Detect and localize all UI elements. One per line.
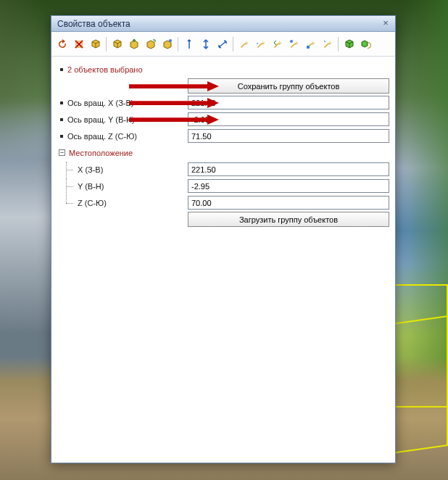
close-icon[interactable]: × (381, 19, 391, 29)
cube-add-icon[interactable] (109, 36, 125, 52)
selection-status-row: 2 объектов выбрано (57, 61, 389, 78)
rotation-x-row: Ось вращ. X (З-В) (57, 94, 389, 111)
save-group-row: Сохранить группу объектов (57, 78, 389, 94)
content-area: 2 объектов выбрано Сохранить группу объе… (51, 57, 395, 463)
svg-point-1 (169, 39, 172, 42)
axis-z-icon[interactable] (215, 36, 231, 52)
selection-count-label: 2 объектов выбрано (67, 65, 143, 74)
box-green-icon[interactable] (341, 36, 357, 52)
delete-icon[interactable] (71, 36, 87, 52)
position-y-input[interactable] (188, 179, 389, 193)
position-x-input[interactable] (188, 162, 389, 176)
tree-line-icon (63, 162, 78, 178)
position-x-label: X (З-В) (78, 165, 103, 174)
properties-panel: Свойства объекта × (51, 15, 396, 463)
wrench-d-icon[interactable] (303, 36, 319, 52)
wrench-e-icon[interactable] (320, 36, 336, 52)
axis-y-icon[interactable] (181, 36, 197, 52)
position-y-row: Y (В-Н) (57, 178, 389, 194)
position-z-label: Z (С-Ю) (78, 199, 107, 207)
wrench-arrow-icon[interactable] (270, 36, 286, 52)
rotation-z-label: Ось вращ. Z (С-Ю) (67, 132, 137, 141)
load-group-button[interactable]: Загрузить группу объектов (188, 212, 389, 227)
save-group-button[interactable]: Сохранить группу объектов (188, 78, 389, 94)
rotation-y-input[interactable] (188, 112, 389, 126)
rotation-y-label: Ось вращ. Y (В-Н) (67, 115, 135, 124)
bullet-icon (60, 102, 63, 104)
position-section-row: − Местоположение (57, 144, 389, 161)
box-link-icon[interactable] (358, 36, 374, 52)
wrench-c-icon[interactable] (286, 36, 302, 52)
collapse-icon[interactable]: − (59, 149, 65, 156)
position-section-label: Местоположение (69, 149, 133, 157)
load-group-row: Загрузить группу объектов (57, 211, 389, 228)
wrench-b-icon[interactable] (253, 36, 269, 52)
position-x-row: X (З-В) (57, 161, 389, 178)
cube-move-icon[interactable] (143, 36, 159, 52)
rotation-y-row: Ось вращ. Y (В-Н) (57, 111, 389, 128)
tree-line-icon (63, 178, 78, 194)
bullet-icon (60, 68, 63, 71)
bullet-icon (60, 135, 63, 138)
window-title: Свойства объекта (57, 19, 381, 29)
cube-link-icon[interactable] (159, 36, 175, 52)
rotation-x-label: Ось вращ. X (З-В) (67, 99, 133, 107)
cube-up-icon[interactable] (126, 36, 142, 52)
rotation-x-input[interactable] (188, 96, 389, 109)
rotation-z-input[interactable] (188, 129, 389, 143)
tree-line-icon (63, 195, 78, 211)
titlebar[interactable]: Свойства объекта × (51, 16, 395, 32)
svg-rect-3 (307, 46, 310, 49)
position-z-input[interactable] (188, 196, 389, 210)
wrench-a-icon[interactable] (236, 36, 252, 52)
bullet-icon (60, 118, 63, 121)
svg-point-2 (290, 40, 293, 43)
position-z-row: Z (С-Ю) (57, 194, 389, 211)
toolbar (51, 32, 395, 57)
cube-icon[interactable] (88, 36, 104, 52)
rotation-z-row: Ось вращ. Z (С-Ю) (57, 128, 389, 144)
position-y-label: Y (В-Н) (78, 182, 104, 191)
axis-x-icon[interactable] (198, 36, 214, 52)
refresh-icon[interactable] (54, 36, 70, 52)
